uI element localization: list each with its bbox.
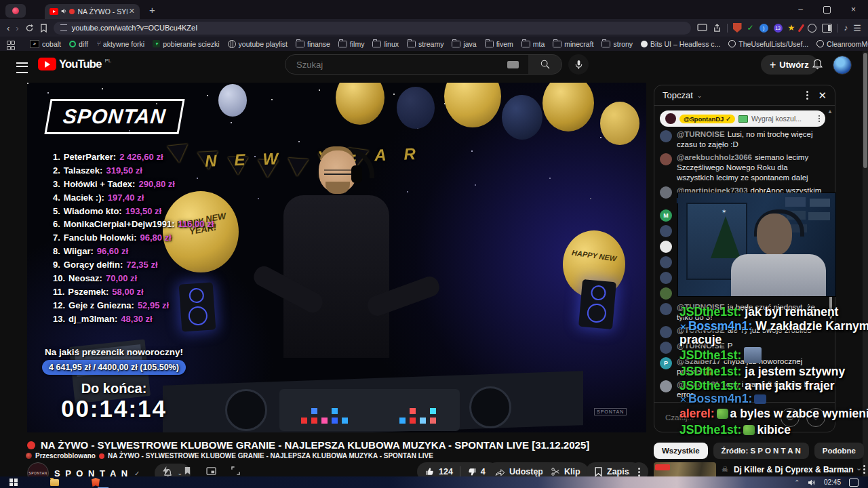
bookmark-folder[interactable]: streamy <box>407 40 443 48</box>
music-icon[interactable]: ♪ <box>844 23 848 33</box>
windows-start-button[interactable] <box>9 479 18 487</box>
volume-icon[interactable] <box>808 479 816 486</box>
bookmark-item[interactable]: ▾pobieranie sciezki <box>153 40 219 48</box>
resize-icon[interactable] <box>231 466 240 475</box>
window-maximize-button[interactable] <box>823 6 831 14</box>
bookmark-folder[interactable]: filmy <box>338 40 365 48</box>
chat-author[interactable]: @arekbuchholz3066 <box>677 153 752 161</box>
bookmark-folder[interactable]: strony <box>601 40 633 48</box>
lightning-icon[interactable] <box>163 466 169 475</box>
window-close-button[interactable]: × <box>851 5 856 14</box>
related-video-row[interactable]: ☠ Dj Killer & Dj Cyprex & Barman <box>654 462 865 476</box>
check-extension-icon[interactable]: ✓ <box>747 23 754 33</box>
forward-icon[interactable]: › <box>16 24 18 33</box>
ribbon-icon[interactable] <box>184 466 191 475</box>
related-thumbnail[interactable] <box>654 462 716 476</box>
video-player[interactable]: NEW YEAR Happy NEW YEAR! HAPPY NEW SPONT… <box>27 83 646 432</box>
url-text[interactable]: youtube.com/watch?v=OCUBcu4KZeI <box>72 24 198 32</box>
avatar[interactable] <box>660 380 672 392</box>
bookmark-item[interactable]: diff <box>69 40 88 48</box>
chat-author[interactable]: @TURNOISE <box>677 130 725 138</box>
avatar[interactable] <box>660 287 672 300</box>
avatar[interactable] <box>660 186 672 199</box>
star-extension-icon[interactable]: ★ <box>788 23 795 33</box>
bookmark-item[interactable]: CleanroomMC/Clea... <box>816 40 868 48</box>
tab-audio-icon[interactable] <box>61 8 66 14</box>
avatar[interactable] <box>660 256 672 268</box>
shape-extension-icon[interactable] <box>808 24 816 33</box>
avatar[interactable] <box>660 153 672 165</box>
notifications-button[interactable] <box>811 58 824 74</box>
avatar[interactable] <box>660 342 672 354</box>
avatar[interactable] <box>660 225 672 237</box>
bookmark-icon[interactable] <box>40 24 47 33</box>
bookmark-item[interactable]: Bits UI – Headless c... <box>641 40 720 48</box>
thumbs-up-icon[interactable] <box>425 467 435 476</box>
bookmark-folder[interactable]: mta <box>521 40 545 48</box>
url-bar[interactable]: youtube.com/watch?v=OCUBcu4KZeI <box>54 22 691 35</box>
youtube-logo[interactable]: YouTube PL <box>38 58 111 70</box>
bookmark-folder[interactable]: linux <box>372 40 399 48</box>
related-title[interactable]: Dj Killer & Dj Cyprex & Barman <box>734 465 854 474</box>
window-minimize-button[interactable]: – <box>798 5 803 14</box>
avatar[interactable] <box>660 241 672 253</box>
search-button[interactable] <box>528 54 562 75</box>
chat-menu-icon[interactable] <box>806 94 808 96</box>
like-count[interactable]: 124 <box>439 467 453 476</box>
avatar[interactable] <box>660 272 672 284</box>
brave-browser-icon[interactable] <box>92 478 100 487</box>
bookmark-folder[interactable]: fivem <box>485 40 513 48</box>
page-scrollbar-thumb[interactable] <box>863 53 867 168</box>
browser-tab[interactable]: NA ŻYWO - SYLWESTROW ✕ <box>45 4 140 19</box>
bookmark-item[interactable]: TheUsefulLists/Usef... <box>728 40 808 48</box>
tracker-shield-icon[interactable] <box>60 24 67 31</box>
ublock-icon[interactable] <box>733 23 742 33</box>
avatar[interactable] <box>660 303 672 315</box>
guide-menu-icon[interactable] <box>16 62 28 73</box>
bookmark-item[interactable]: »cobalt <box>30 40 61 48</box>
chevron-down-icon[interactable]: ⌄ <box>697 92 703 99</box>
bookmark-item[interactable]: ⑂aktywne forki <box>96 40 144 48</box>
thumbs-down-icon[interactable] <box>467 467 477 476</box>
pinned-menu-icon[interactable] <box>818 118 821 120</box>
avatar[interactable]: M <box>660 209 672 222</box>
tab-close-icon[interactable]: ✕ <box>129 7 135 16</box>
collapse-caret-icon[interactable]: ⌄ <box>856 464 862 472</box>
account-avatar[interactable] <box>833 56 852 75</box>
pip-icon[interactable] <box>206 467 216 475</box>
dislike-count[interactable]: 4 <box>481 467 486 476</box>
bookmark-folder[interactable]: minecraft <box>553 40 593 48</box>
sidebar-icon[interactable] <box>822 24 832 33</box>
chip-related[interactable]: Podobne <box>814 443 864 459</box>
chat-close-icon[interactable]: ✕ <box>818 89 827 102</box>
back-icon[interactable]: ‹ <box>7 24 9 33</box>
bookmark-folder[interactable]: java <box>452 40 476 48</box>
file-explorer-icon[interactable] <box>50 479 59 486</box>
create-button[interactable]: + Utwórz <box>761 55 818 75</box>
tray-expand-icon[interactable]: ⌃ <box>794 479 800 486</box>
keyboard-icon[interactable] <box>507 61 519 68</box>
badge-extension-icon[interactable]: 13 <box>774 24 783 33</box>
apps-grid-icon[interactable] <box>7 41 14 47</box>
avatar[interactable] <box>660 326 672 338</box>
search-input[interactable] <box>295 59 488 70</box>
chip-source[interactable]: Źródło: S P O N T A N <box>713 443 809 459</box>
pen-extension-icon[interactable] <box>798 24 805 32</box>
wave-extension-icon[interactable]: ) <box>760 24 768 33</box>
clock[interactable]: 02:45 <box>824 479 841 486</box>
notification-center-icon[interactable] <box>849 479 859 487</box>
cast-icon[interactable] <box>697 24 707 32</box>
voice-search-button[interactable] <box>568 54 589 75</box>
avatar[interactable] <box>660 130 672 142</box>
bookmark-folder[interactable]: finanse <box>296 40 330 48</box>
menu-icon[interactable]: ☰ <box>853 23 861 33</box>
search-box[interactable] <box>285 54 529 75</box>
chat-scroll-up-icon[interactable]: ▲ <box>827 108 833 115</box>
reload-icon[interactable] <box>25 24 34 33</box>
pinned-message[interactable]: @SpontanDJ ✓ Wygraj koszul... <box>660 110 825 127</box>
bookmark-item[interactable]: youtube playlist <box>228 40 288 48</box>
chat-mode-selector[interactable]: Topczat <box>663 90 693 100</box>
chip-all[interactable]: Wszystkie <box>654 443 708 459</box>
new-tab-button[interactable]: + <box>149 4 155 16</box>
share-icon[interactable] <box>713 24 722 33</box>
